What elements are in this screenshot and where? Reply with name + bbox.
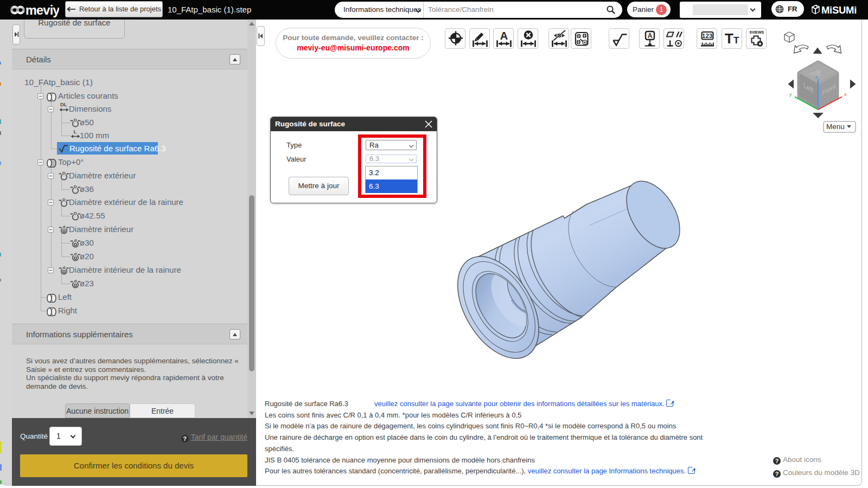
svg-text:y: y [789,92,792,97]
svg-text:Menu: Menu [826,123,845,131]
svg-text:6VIEWS: 6VIEWS [750,30,764,34]
svg-text:DL: DL [60,101,67,107]
svg-text:L: L [74,129,77,134]
svg-text:MiSUMi: MiSUMi [821,4,857,16]
svg-text:A: A [500,30,508,42]
svg-text:T: T [733,35,739,46]
svg-text:A: A [648,32,653,40]
svg-text:z: z [815,74,818,80]
svg-text:T: T [725,30,733,47]
svg-text:x: x [844,92,847,97]
svg-text:meviy: meviy [25,3,59,17]
svg-text:123: 123 [702,33,713,39]
